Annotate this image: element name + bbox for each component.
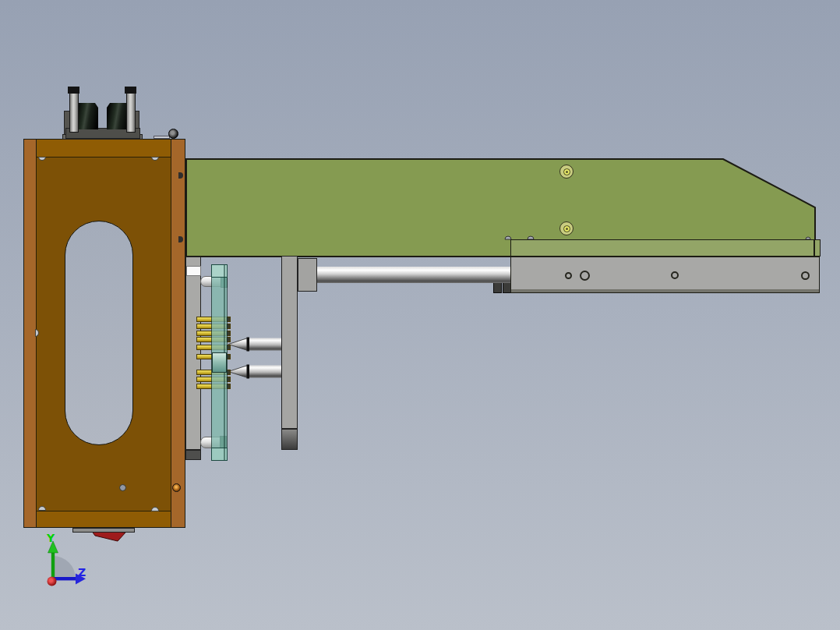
z-axis-shaft [53,577,77,580]
x-axis-ball [48,577,57,586]
z-axis-label: Z [78,566,86,579]
cad-viewport[interactable]: Y Z [0,0,840,630]
y-axis-shaft [51,550,55,580]
orientation-triad[interactable] [0,0,840,630]
y-axis-label: Y [47,532,55,544]
triad-arc [53,556,76,579]
